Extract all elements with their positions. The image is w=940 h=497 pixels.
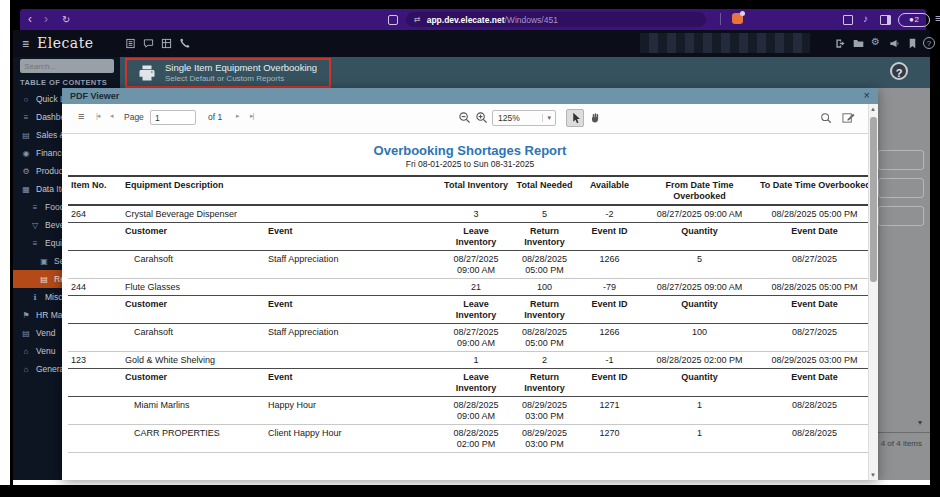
table-cell: 1 <box>440 352 512 368</box>
report-booking-row: Miami MarlinsHappy Hour08/28/2025 09:00 … <box>68 397 872 425</box>
app-menu-icon[interactable]: ≡ <box>22 37 29 51</box>
sidebar-section-label: TABLE OF CONTENTS <box>20 78 107 87</box>
menu-icon: ≡ <box>20 113 32 122</box>
table-cell: Event ID <box>577 223 642 250</box>
disabled-field <box>878 178 924 198</box>
bookmark-icon[interactable] <box>388 15 398 25</box>
table-cell: Flute Glasses <box>122 279 440 295</box>
scrollbar-thumb[interactable] <box>870 117 877 282</box>
phone-icon[interactable] <box>179 38 190 49</box>
table-cell: Crystal Beverage Dispenser <box>122 206 440 222</box>
browser-toolbar: ‹ › ↻ ⇄ app.dev.elecate.net/Windows/451 … <box>20 9 926 30</box>
table-cell: Available <box>577 177 642 204</box>
reload-icon[interactable]: ↻ <box>62 13 70 27</box>
page-of-label: of 1 <box>208 112 222 122</box>
folder-icon[interactable] <box>853 38 864 49</box>
logout-icon[interactable] <box>835 38 846 49</box>
first-page-icon[interactable]: |◂ <box>96 112 99 120</box>
close-icon[interactable]: × <box>864 89 870 101</box>
chat-icon[interactable] <box>143 38 154 49</box>
pdf-viewer-window: PDF Viewer × ≡ |◂ ◂ Page of 1 ▸ ▸| 125% … <box>62 88 878 480</box>
page-number-input[interactable] <box>150 110 196 125</box>
printer-icon <box>137 64 157 82</box>
chart-icon: ▤ <box>20 329 32 338</box>
table-cell: Quantity <box>642 369 757 396</box>
prev-page-icon[interactable]: ◂ <box>110 112 113 120</box>
pointer-tool[interactable] <box>566 109 584 127</box>
table-cell <box>68 223 122 250</box>
address-bar[interactable]: ⇄ app.dev.elecate.net/Windows/451 <box>406 12 706 27</box>
help-button[interactable]: ? <box>890 62 908 80</box>
secondary-toolbar: Single Item Equipment Overbooking Select… <box>120 57 930 88</box>
table-cell: 21 <box>440 279 512 295</box>
report-title: Overbooking Shortages Report <box>62 143 878 158</box>
table-cell: 08/28/2025 09:00 AM <box>440 397 512 424</box>
app-logo: Elecate <box>37 35 94 51</box>
table-cell: 08/27/2025 09:00 AM <box>642 206 757 222</box>
report-subheader-row: CustomerEventLeave InventoryReturn Inven… <box>68 368 872 397</box>
side-panel-icon[interactable] <box>880 15 891 25</box>
table-cell: 1266 <box>577 324 642 351</box>
table-cell: 08/29/2025 03:00 PM <box>512 397 577 424</box>
zoom-select[interactable]: 125% ▾ <box>492 110 556 126</box>
search-input[interactable] <box>20 59 114 73</box>
pdf-viewer-title: PDF Viewer <box>70 91 119 101</box>
table-cell: Leave Inventory <box>440 296 512 323</box>
last-page-icon[interactable]: ▸| <box>250 112 253 120</box>
pdf-viewer-titlebar[interactable]: PDF Viewer × <box>62 88 878 104</box>
table-cell: Quantity <box>642 223 757 250</box>
table-cell <box>68 324 122 351</box>
url-path: /Windows/451 <box>505 15 558 25</box>
scroll-up-icon[interactable]: ▲ <box>870 106 876 112</box>
table-cell: Happy Hour <box>265 397 440 424</box>
menu-icon: ≡ <box>29 203 41 212</box>
annotate-icon[interactable] <box>842 111 855 124</box>
table-cell: 244 <box>68 279 122 295</box>
hand-tool[interactable] <box>586 109 604 127</box>
report-booking-row: CARR PROPERTIESClient Happy Hour08/28/20… <box>68 425 872 453</box>
zoom-in-icon[interactable] <box>475 111 488 124</box>
bookmark-icon[interactable] <box>907 38 918 49</box>
table-cell: 2 <box>512 352 577 368</box>
media-icon[interactable]: ♪ <box>863 13 868 24</box>
table-cell: Event Date <box>757 296 872 323</box>
tab-count-badge[interactable]: ● 2 <box>898 13 930 27</box>
table-cell: Event Date <box>757 223 872 250</box>
grid-icon: ▦ <box>20 185 32 194</box>
pdf-menu-icon[interactable]: ≡ <box>78 110 84 122</box>
search-icon[interactable] <box>820 112 832 124</box>
pdf-toolbar: ≡ |◂ ◂ Page of 1 ▸ ▸| 125% ▾ <box>62 104 878 134</box>
zoom-out-icon[interactable] <box>458 111 471 124</box>
megaphone-icon[interactable] <box>889 38 900 49</box>
next-page-icon[interactable]: ▸ <box>236 112 239 120</box>
table-cell: 08/27/2025 09:00 AM <box>440 324 512 351</box>
pdf-scrollbar[interactable]: ▲ ▼ <box>868 104 878 480</box>
gear-icon[interactable]: ⚙ <box>871 36 880 47</box>
extension-icon[interactable] <box>732 13 743 24</box>
help-icon[interactable]: ? <box>923 37 935 49</box>
grid-icon[interactable] <box>161 38 172 49</box>
browser-menu-icon[interactable]: ≡ <box>935 12 940 24</box>
report-item-row: 123Gold & White Shelving12-108/28/2025 0… <box>68 352 872 368</box>
report-date-range: Fri 08-01-2025 to Sun 08-31-2025 <box>62 159 878 169</box>
home-icon: ⌂ <box>20 365 32 374</box>
table-cell: 08/27/2025 <box>757 324 872 351</box>
report-button-subtitle: Select Default or Custom Reports <box>165 74 317 84</box>
table-cell: Event ID <box>577 296 642 323</box>
scroll-down-icon[interactable]: ▼ <box>870 472 876 478</box>
report-button-highlighted[interactable]: Single Item Equipment Overbooking Select… <box>125 58 331 88</box>
printer-icon: ▤ <box>38 275 50 284</box>
forward-icon[interactable]: › <box>44 12 48 26</box>
screenshot-icon[interactable] <box>843 15 853 25</box>
table-cell: Carahsoft <box>122 251 265 278</box>
url-host: app.dev.elecate.net <box>427 15 505 25</box>
table-cell <box>68 296 122 323</box>
table-cell: 08/29/2025 03:00 PM <box>757 352 872 368</box>
table-cell: Client Happy Hour <box>265 425 440 452</box>
window-bottom-strip <box>13 480 930 485</box>
back-icon[interactable]: ‹ <box>28 12 32 26</box>
table-cell: 08/28/2025 05:00 PM <box>757 206 872 222</box>
table-cell: Miami Marlins <box>122 397 265 424</box>
items-count-label: 4 of 4 items <box>881 439 922 448</box>
clipboard-icon[interactable] <box>125 38 136 49</box>
